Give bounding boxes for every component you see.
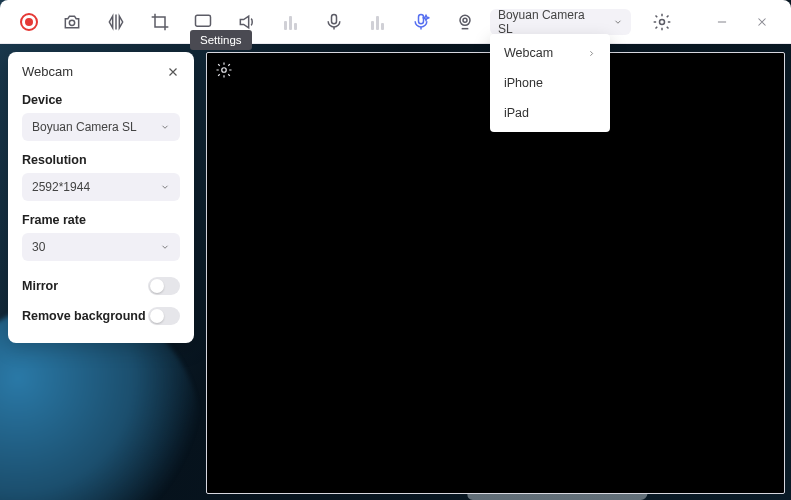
remove-bg-label: Remove background xyxy=(22,309,146,323)
menu-item-label: iPhone xyxy=(504,76,543,90)
crop-icon xyxy=(150,12,170,32)
chevron-down-icon xyxy=(613,17,623,27)
webcam-panel: Webcam Device Boyuan Camera SL Resolutio… xyxy=(8,52,194,343)
panel-title: Webcam xyxy=(22,64,73,79)
top-toolbar: Boyuan Camera SL xyxy=(0,0,791,44)
minimize-icon xyxy=(715,15,729,29)
mic-button[interactable] xyxy=(315,7,353,37)
frame-rate-value: 30 xyxy=(32,240,45,254)
camera-menu-item-ipad[interactable]: iPad xyxy=(490,98,610,128)
svg-point-5 xyxy=(463,18,467,22)
webcam-icon xyxy=(455,12,475,32)
frame-rate-label: Frame rate xyxy=(22,213,180,227)
app-settings-button[interactable] xyxy=(643,7,681,37)
chevron-down-icon xyxy=(160,182,170,192)
speaker-icon xyxy=(237,12,257,32)
camera-select[interactable]: Boyuan Camera SL xyxy=(490,9,631,35)
crop-button[interactable] xyxy=(141,7,179,37)
close-icon xyxy=(755,15,769,29)
gear-icon xyxy=(652,12,672,32)
camera-menu-item-webcam[interactable]: Webcam xyxy=(490,38,610,68)
speaker-levels xyxy=(272,7,310,37)
mic-icon xyxy=(324,12,344,32)
camera-menu-item-iphone[interactable]: iPhone xyxy=(490,68,610,98)
svg-point-7 xyxy=(222,68,227,73)
record-button[interactable] xyxy=(10,7,48,37)
mic-levels xyxy=(359,7,397,37)
device-select[interactable]: Boyuan Camera SL xyxy=(22,113,180,141)
voice-enhance-icon xyxy=(411,12,431,32)
webcam-button[interactable] xyxy=(446,7,484,37)
window-controls xyxy=(707,7,777,37)
annotation-icon xyxy=(193,12,213,32)
screenshot-button[interactable] xyxy=(54,7,92,37)
camera-menu: Webcam iPhone iPad xyxy=(490,34,610,132)
preview-settings-button[interactable] xyxy=(215,61,233,79)
chevron-down-icon xyxy=(160,242,170,252)
svg-rect-3 xyxy=(419,14,424,23)
camera-select-value: Boyuan Camera SL xyxy=(498,8,602,36)
svg-point-6 xyxy=(660,19,665,24)
menu-item-label: Webcam xyxy=(504,46,553,60)
camera-icon xyxy=(62,12,82,32)
panel-close-icon[interactable] xyxy=(166,65,180,79)
remove-bg-toggle[interactable] xyxy=(148,307,180,325)
chevron-down-icon xyxy=(160,122,170,132)
chevron-right-icon xyxy=(587,49,596,58)
svg-rect-2 xyxy=(332,14,337,23)
gear-icon xyxy=(215,61,233,79)
minimize-button[interactable] xyxy=(707,7,737,37)
flip-button[interactable] xyxy=(97,7,135,37)
svg-point-0 xyxy=(70,20,75,25)
tooltip: Settings xyxy=(190,30,252,50)
mirror-toggle[interactable] xyxy=(148,277,180,295)
voice-enhance-button[interactable] xyxy=(403,7,441,37)
resolution-label: Resolution xyxy=(22,153,180,167)
resolution-select[interactable]: 2592*1944 xyxy=(22,173,180,201)
menu-item-label: iPad xyxy=(504,106,529,120)
flip-icon xyxy=(106,12,126,32)
resolution-value: 2592*1944 xyxy=(32,180,90,194)
device-label: Device xyxy=(22,93,180,107)
frame-rate-select[interactable]: 30 xyxy=(22,233,180,261)
mirror-label: Mirror xyxy=(22,279,58,293)
device-value: Boyuan Camera SL xyxy=(32,120,137,134)
svg-point-4 xyxy=(460,15,470,25)
close-button[interactable] xyxy=(747,7,777,37)
